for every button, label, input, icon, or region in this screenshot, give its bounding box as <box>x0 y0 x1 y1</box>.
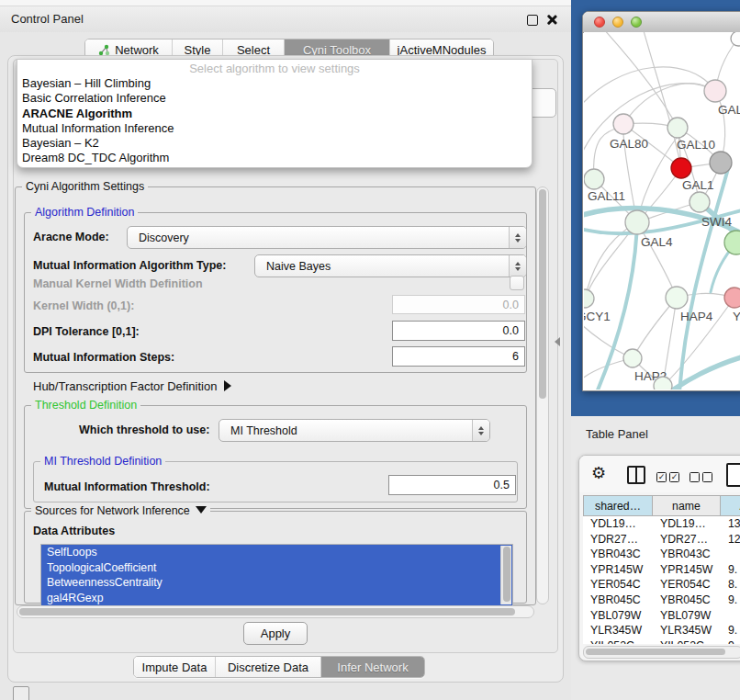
data-attribute-item[interactable]: gal4RGexp <box>41 591 512 606</box>
algorithm-popup-placeholder: Select algorithm to view settings <box>17 62 532 76</box>
node-table[interactable]: shared…nameA YDL19…YDL19…13YDR27…YDR27…1… <box>583 495 740 644</box>
bottom-tabbar: Impute Data Discretize Data Infer Networ… <box>133 656 425 678</box>
table-row[interactable]: YPR145WYPR145W9. <box>583 562 740 578</box>
manual-kernel-checkbox[interactable] <box>510 276 524 290</box>
aracne-mode-value: Discovery <box>128 231 509 244</box>
sources-group-title[interactable]: Sources for Network Inference <box>31 504 210 517</box>
table-column-header[interactable]: name <box>653 495 721 516</box>
algorithm-popup-item[interactable]: ARACNE Algorithm <box>17 107 532 121</box>
mi-steps-input[interactable]: 6 <box>392 346 525 367</box>
network-node[interactable] <box>625 210 649 234</box>
zoom-traffic-light-icon[interactable] <box>631 17 642 28</box>
table-row[interactable]: YIL052CYIL052C9 <box>583 638 740 644</box>
data-attribute-item[interactable]: BetweennessCentrality <box>41 575 512 591</box>
network-node[interactable] <box>667 118 688 138</box>
table-cell: 13 <box>721 516 740 532</box>
tab-discretize-data[interactable]: Discretize Data <box>216 657 321 677</box>
table-row[interactable]: YDR27…YDR27…12 <box>583 532 740 548</box>
hub-section-label: Hub/Transcription Factor Definition <box>33 379 217 393</box>
settings-vscrollbar[interactable] <box>536 186 549 604</box>
node-label: GAL1 <box>682 178 714 192</box>
table-cell: YDL19… <box>653 516 721 532</box>
network-node[interactable] <box>704 80 726 102</box>
gear-icon[interactable]: ⚙ <box>591 463 606 483</box>
tab-impute-data-label: Impute Data <box>142 660 207 674</box>
settings-hscrollbar[interactable] <box>17 605 534 618</box>
algorithm-popup-item[interactable]: Mutual Information Inference <box>17 121 532 136</box>
float-panel-icon[interactable] <box>527 15 538 26</box>
algorithm-definition-title: Algorithm Definition <box>31 206 138 219</box>
data-attributes-list[interactable]: SelfLoopsTopologicalCoefficientBetweenne… <box>40 544 513 606</box>
panel-divider-collapse-icon[interactable] <box>555 337 560 346</box>
split-columns-icon[interactable] <box>627 466 645 484</box>
network-node[interactable] <box>666 287 688 309</box>
table-row[interactable]: YBR043CYBR043C <box>583 547 740 562</box>
algorithm-dropdown-popup: Select algorithm to view settings Bayesi… <box>17 59 533 168</box>
table-row[interactable]: YLR345WYLR345W9. <box>583 623 740 638</box>
algorithm-popup-item[interactable]: Basic Correlation Inference <box>17 91 532 106</box>
table-row[interactable]: YER054CYER054C8. <box>583 577 740 593</box>
table-panel-title: Table Panel <box>586 427 648 441</box>
table-cell: YIL052C <box>583 638 653 644</box>
network-node[interactable] <box>613 114 633 134</box>
network-node[interactable] <box>690 192 710 212</box>
checked-box-icon[interactable]: ✓ <box>656 472 667 482</box>
network-canvas[interactable]: GALGAL80GAL10GAL1GAL11SWI4GAL4GCY1HAP4YH… <box>584 32 740 390</box>
network-node[interactable] <box>584 169 604 189</box>
table-row[interactable]: YDL19…YDL19…13 <box>583 516 740 532</box>
table-cell: YER054C <box>583 577 653 593</box>
network-window-titlebar[interactable] <box>583 12 740 33</box>
data-attribute-item[interactable]: SelfLoops <box>41 545 512 560</box>
algorithm-popup-item[interactable]: Dream8 DC_TDC Algorithm <box>17 151 532 165</box>
network-node[interactable] <box>623 349 642 367</box>
minimize-traffic-light-icon[interactable] <box>612 17 623 28</box>
network-node[interactable] <box>671 158 691 178</box>
table-cell: YDR27… <box>653 532 721 548</box>
dpi-tolerance-input[interactable]: 0.0 <box>392 321 525 341</box>
network-node[interactable] <box>731 32 740 46</box>
node-label: SWI4 <box>701 215 732 229</box>
tab-impute-data[interactable]: Impute Data <box>134 657 216 677</box>
network-node[interactable] <box>724 231 740 254</box>
mi-type-select[interactable]: Naive Bayes <box>254 254 527 277</box>
close-traffic-light-icon[interactable] <box>594 17 605 28</box>
table-row[interactable]: YBR045CYBR045C9. <box>583 593 740 608</box>
which-threshold-value: MI Threshold <box>219 424 472 437</box>
unchecked-box-icon[interactable] <box>690 472 700 482</box>
which-threshold-select[interactable]: MI Threshold <box>219 419 490 442</box>
network-node[interactable] <box>710 152 732 174</box>
aracne-mode-select[interactable]: Discovery <box>127 226 527 249</box>
algorithm-popup-item[interactable]: Bayesian – Hill Climbing <box>17 76 532 91</box>
table-cell: YDL19… <box>583 516 653 532</box>
node-label: GAL4 <box>641 235 673 249</box>
unchecked-box-icon[interactable] <box>702 472 712 482</box>
document-icon[interactable] <box>726 463 740 487</box>
close-icon[interactable] <box>546 14 557 25</box>
network-node[interactable] <box>654 377 672 390</box>
expand-right-icon <box>224 380 231 391</box>
network-node[interactable] <box>724 288 740 308</box>
mi-threshold-input[interactable]: 0.5 <box>388 475 516 495</box>
network-view-window[interactable]: GALGAL80GAL10GAL1GAL11SWI4GAL4GCY1HAP4YH… <box>582 11 740 391</box>
mi-type-value: Naive Bayes <box>255 260 509 273</box>
attributes-scrollbar[interactable] <box>500 546 511 604</box>
hub-section-toggle[interactable]: Hub/Transcription Factor Definition <box>33 379 231 393</box>
table-cell: YBL079W <box>583 608 653 624</box>
data-attribute-item[interactable]: TopologicalCoefficient <box>41 560 512 576</box>
table-row[interactable]: YBL079WYBL079W <box>583 608 740 624</box>
table-cell: YDR27… <box>583 532 653 548</box>
table-column-header[interactable]: A <box>721 495 740 516</box>
apply-button[interactable]: Apply <box>243 622 308 645</box>
network-node[interactable] <box>584 289 594 308</box>
node-label: Y <box>733 310 740 323</box>
tab-infer-network[interactable]: Infer Network <box>321 657 424 677</box>
network-icon <box>98 44 110 56</box>
table-header-row: shared…nameA <box>583 495 740 516</box>
kernel-width-input[interactable]: 0.0 <box>392 295 525 314</box>
algorithm-popup-item[interactable]: Bayesian – K2 <box>17 136 532 151</box>
table-hscrollbar[interactable] <box>583 646 740 659</box>
table-column-header[interactable]: shared… <box>583 495 653 516</box>
table-cell: 9. <box>721 593 740 608</box>
minimized-panel-icon[interactable] <box>13 686 29 700</box>
checked-box-icon[interactable]: ✓ <box>669 472 679 482</box>
